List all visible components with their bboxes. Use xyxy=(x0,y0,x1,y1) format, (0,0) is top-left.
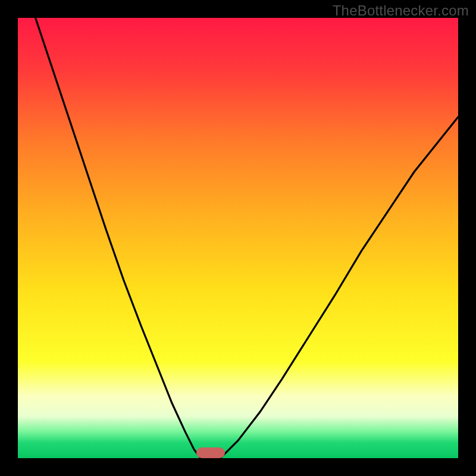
plot-area xyxy=(18,18,458,458)
curve-right xyxy=(220,117,458,459)
bottleneck-curves xyxy=(18,18,458,458)
curve-left xyxy=(36,18,201,458)
watermark-text: TheBottlenecker.com xyxy=(333,2,469,19)
optimum-marker xyxy=(196,447,225,458)
chart-frame: TheBottlenecker.com xyxy=(0,0,476,476)
